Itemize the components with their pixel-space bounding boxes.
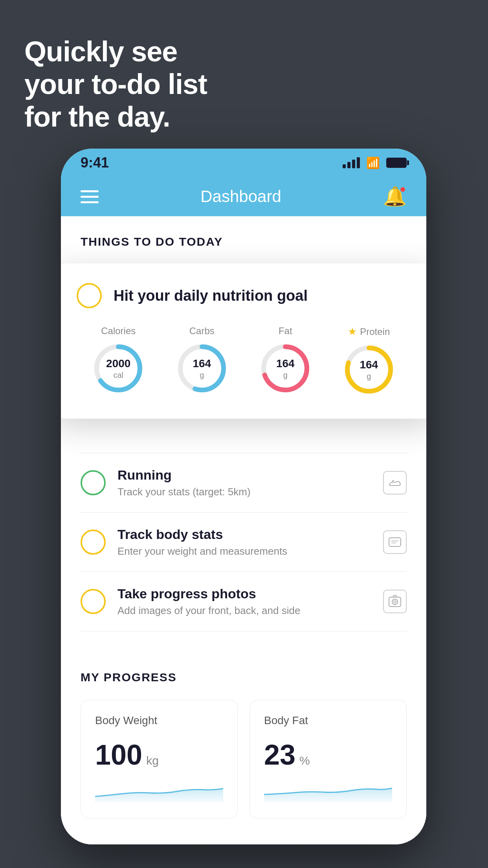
- carbs-value: 164: [193, 357, 211, 370]
- nutrition-todo-label: Hit your daily nutrition goal: [114, 287, 308, 304]
- calories-unit: cal: [113, 371, 123, 379]
- fat-unit: g: [283, 371, 288, 379]
- running-subtitle: Track your stats (target: 5km): [117, 486, 371, 498]
- status-time: 9:41: [81, 154, 109, 171]
- protein-ring: 164 g: [343, 344, 394, 395]
- fat-item: Fat 164 g: [260, 326, 311, 394]
- nutrition-row: Calories 2000 cal Carbs: [77, 326, 411, 395]
- body-weight-card-title: Body Weight: [95, 714, 223, 727]
- star-icon: ★: [348, 326, 357, 338]
- photos-checkbox[interactable]: [81, 589, 106, 614]
- body-weight-value-row: 100 kg: [95, 739, 223, 771]
- body-stats-subtitle: Enter your weight and measurements: [117, 545, 371, 557]
- phone-mockup: 9:41 📶 Dashboard 🔔 THINGS TO DO TODAY: [61, 149, 426, 844]
- headline-line1: Quickly see: [24, 36, 177, 67]
- protein-value: 164: [360, 358, 378, 371]
- todo-item-running[interactable]: Running Track your stats (target: 5km): [81, 453, 407, 513]
- protein-value-group: 164 g: [360, 358, 378, 381]
- svg-rect-8: [389, 538, 401, 546]
- body-fat-card: Body Fat 23 %: [250, 700, 407, 818]
- photo-icon: [383, 590, 407, 613]
- nutrition-todo-checkbox[interactable]: [77, 283, 102, 308]
- fat-label: Fat: [279, 326, 292, 337]
- battery-icon: [386, 158, 407, 168]
- things-to-do-title: THINGS TO DO TODAY: [61, 216, 426, 260]
- svg-point-10: [392, 599, 398, 605]
- protein-label: Protein: [360, 326, 390, 337]
- body-fat-chart: [264, 779, 392, 802]
- photos-subtitle: Add images of your front, back, and side: [117, 605, 371, 617]
- status-icons: 📶: [343, 156, 407, 169]
- body-fat-value: 23: [264, 739, 295, 771]
- carbs-value-group: 164 g: [193, 357, 211, 380]
- fat-value: 164: [276, 357, 295, 370]
- todo-item-photos[interactable]: Take progress photos Add images of your …: [81, 572, 407, 631]
- nutrition-todo-item: Hit your daily nutrition goal: [77, 283, 411, 308]
- scale-icon: [383, 530, 407, 554]
- protein-unit: g: [367, 372, 371, 381]
- headline-line2: your to-do list: [24, 68, 207, 100]
- progress-section-title: MY PROGRESS: [81, 671, 407, 688]
- body-stats-info: Track body stats Enter your weight and m…: [117, 527, 371, 557]
- headline-line3: for the day.: [24, 101, 170, 132]
- wifi-icon: 📶: [366, 156, 380, 169]
- hamburger-button[interactable]: [81, 190, 99, 203]
- running-checkbox[interactable]: [81, 470, 106, 495]
- photos-title: Take progress photos: [117, 586, 371, 601]
- signal-bars-icon: [343, 157, 360, 168]
- photos-info: Take progress photos Add images of your …: [117, 586, 371, 617]
- body-fat-value-row: 23 %: [264, 739, 392, 771]
- body-weight-card: Body Weight 100 kg: [81, 700, 238, 818]
- bell-button[interactable]: 🔔: [383, 186, 407, 208]
- body-stats-title: Track body stats: [117, 527, 371, 542]
- carbs-ring: 164 g: [176, 343, 227, 394]
- body-weight-unit: kg: [146, 754, 159, 767]
- body-stats-checkbox[interactable]: [81, 530, 106, 555]
- running-title: Running: [117, 467, 371, 483]
- app-header: Dashboard 🔔: [61, 177, 426, 216]
- body-weight-chart: [95, 779, 223, 802]
- header-title: Dashboard: [200, 187, 281, 206]
- main-content: THINGS TO DO TODAY Hit your daily nutrit…: [61, 216, 426, 844]
- carbs-unit: g: [200, 371, 204, 379]
- svg-point-11: [394, 601, 396, 603]
- body-fat-unit: %: [299, 754, 310, 767]
- notification-dot: [400, 186, 406, 193]
- protein-item: ★ Protein 164 g: [343, 326, 394, 395]
- svg-rect-9: [389, 597, 401, 607]
- calories-value: 2000: [106, 357, 130, 370]
- headline: Quickly see your to-do list for the day.: [24, 35, 207, 133]
- fat-ring: 164 g: [260, 343, 311, 394]
- nutrition-card: Hit your daily nutrition goal Calories 2…: [61, 263, 426, 419]
- body-weight-value: 100: [95, 739, 142, 771]
- calories-item: Calories 2000 cal: [93, 326, 144, 394]
- calories-ring: 2000 cal: [93, 343, 144, 394]
- todo-item-body-stats[interactable]: Track body stats Enter your weight and m…: [81, 513, 407, 572]
- protein-label-group: ★ Protein: [348, 326, 390, 338]
- todo-list: Running Track your stats (target: 5km) T…: [61, 453, 426, 631]
- body-fat-card-title: Body Fat: [264, 714, 392, 727]
- my-progress-section: MY PROGRESS Body Weight 100 kg: [61, 647, 426, 838]
- progress-grid: Body Weight 100 kg: [81, 700, 407, 818]
- fat-value-group: 164 g: [276, 357, 295, 380]
- status-bar: 9:41 📶: [61, 149, 426, 177]
- calories-label: Calories: [101, 326, 136, 337]
- carbs-item: Carbs 164 g: [176, 326, 227, 394]
- carbs-label: Carbs: [189, 326, 215, 337]
- calories-value-group: 2000 cal: [106, 357, 130, 380]
- shoe-icon: [383, 471, 407, 495]
- running-info: Running Track your stats (target: 5km): [117, 467, 371, 498]
